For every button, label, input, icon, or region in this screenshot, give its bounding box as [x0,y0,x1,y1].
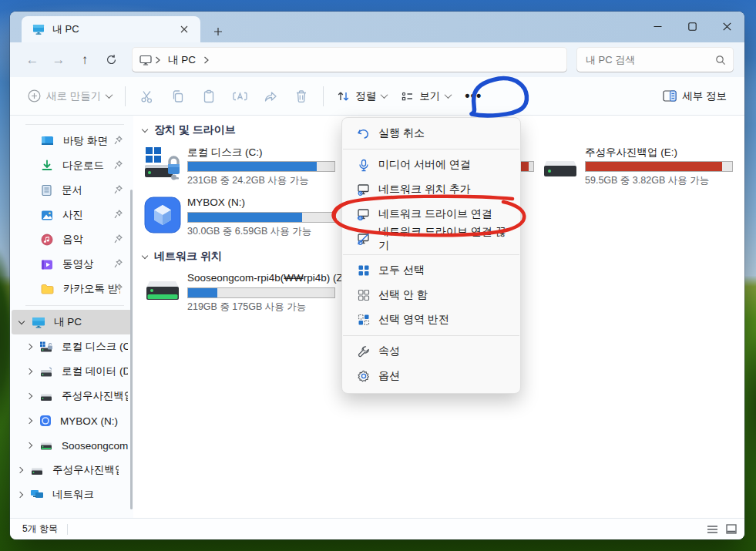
menu-item-disconnect-network-drive[interactable]: 네트워크 드라이브 연결 끊기 [345,227,517,251]
menu-item-map-network-drive[interactable]: 네트워크 드라이브 연결 [345,202,517,227]
drive-name: 주성우사진백업 (E:) [585,146,733,159]
videos-icon [41,259,53,270]
chevron-collapsed-icon[interactable] [19,443,39,448]
search-input[interactable]: 내 PC 검색 [576,47,734,72]
sidebar-scrollbar[interactable] [130,190,133,509]
menu-item-label: 속성 [378,344,400,358]
menu-item-properties[interactable]: 속성 [345,339,517,364]
drive-name: 로컬 디스크 (C:) [187,146,335,159]
tree-item-mybox[interactable]: MYBOX (N:) [10,408,133,433]
chevron-collapsed-icon[interactable] [19,369,39,374]
large-icons-view-toggle[interactable] [726,524,737,534]
new-button-label: 새로 만들기 [46,89,101,103]
menu-separator [343,254,519,255]
sidebar-item-desktop[interactable]: 바탕 화면 [10,129,133,153]
select-all-icon [356,264,371,278]
toolbar-divider [323,86,324,106]
properties-wrench-icon [356,344,371,359]
chevron-collapsed-icon[interactable] [10,492,30,497]
sort-button[interactable]: 정렬 [330,85,394,108]
chevron-collapsed-icon[interactable] [19,394,39,398]
navigation-pane: 바탕 화면 다운로드 문서 사진 [10,116,133,518]
see-more-button[interactable]: ••• [458,83,489,109]
sidebar-item-music[interactable]: 음악 [10,227,133,252]
menu-item-add-network-location[interactable]: 네트워크 위치 추가 [345,177,517,202]
chevron-expanded-icon[interactable] [12,321,32,324]
tab-my-pc[interactable]: 내 PC [22,16,200,42]
tree-item-sooseongcom[interactable]: Sooseongcom-rpi4b [10,433,133,458]
cut-button[interactable] [132,83,163,109]
tab-close-icon[interactable] [176,21,193,38]
sidebar-item-label: 카카오톡 받은 [63,282,120,296]
paste-button[interactable] [193,83,224,109]
capacity-bar [187,287,335,298]
minimize-button[interactable] [640,12,675,41]
view-icon [401,90,414,102]
sidebar-item-downloads[interactable]: 다운로드 [10,153,133,178]
drive-tile-sooseongcom-z[interactable]: Sooseongcom-rpi4b(₩₩rpi4b) (Z:) 219GB 중 … [143,268,335,316]
this-pc-icon [139,55,152,66]
menu-item-select-all[interactable]: 모두 선택 [345,258,517,283]
menu-item-select-none[interactable]: 선택 안 함 [345,283,517,307]
back-button[interactable]: ← [19,48,45,72]
capacity-bar [187,212,335,223]
downloads-icon [41,160,53,172]
details-pane-button[interactable]: 세부 정보 [656,85,734,108]
tree-item-label: 로컬 데이터 (D:) [62,365,128,378]
copy-button[interactable] [163,83,193,109]
sort-button-label: 정렬 [355,89,376,103]
sidebar-item-documents[interactable]: 문서 [10,178,133,203]
see-more-menu: 실행 취소 미디어 서버에 연결 네트워크 위치 추가 네트워크 드라이브 연결… [341,117,521,394]
search-icon [715,55,726,66]
menu-item-label: 미디어 서버에 연결 [378,158,471,172]
tree-item-this-pc[interactable]: 내 PC [12,310,132,334]
invert-selection-icon [356,313,371,328]
forward-button[interactable]: → [45,48,72,72]
drive-icon [30,465,44,476]
new-button[interactable]: 새로 만들기 [21,85,119,108]
menu-item-options[interactable]: 옵션 [345,364,517,388]
share-button[interactable] [255,83,286,109]
sidebar-item-label: 문서 [62,183,82,197]
tree-item-backup-drive-e[interactable]: 주성우사진백업 (E:) [10,384,133,408]
view-button[interactable]: 보기 [394,85,458,108]
menu-item-undo[interactable]: 실행 취소 [345,121,517,146]
drive-tile-mybox-n[interactable]: MYBOX (N:) 30.0GB 중 6.59GB 사용 가능 [143,193,335,240]
desktop-wallpaper: 내 PC ← → [0,0,756,551]
sidebar-item-pictures[interactable]: 사진 [10,203,133,227]
tree-item-network[interactable]: 네트워크 [10,482,133,507]
pin-icon [114,234,123,244]
delete-button[interactable] [286,83,317,109]
options-gear-icon [356,369,371,384]
sidebar-item-kakaotalk-folder[interactable]: 카카오톡 받은 [10,277,133,301]
refresh-button[interactable] [98,48,124,72]
menu-item-label: 모두 선택 [378,264,425,277]
chevron-collapsed-icon[interactable] [19,344,39,349]
network-drive-icon [39,440,53,452]
sidebar-item-label: 다운로드 [62,159,104,173]
tree-item-label: 주성우사진백업 (E:) [62,389,128,403]
menu-item-label: 실행 취소 [378,126,425,140]
menu-item-connect-media-server[interactable]: 미디어 서버에 연결 [345,153,517,177]
sidebar-item-videos[interactable]: 동영상 [10,252,133,277]
tree-item-local-disk-c[interactable]: 로컬 디스크 (C:) [10,334,133,359]
drive-tile-backup-e[interactable]: 주성우사진백업 (E:) 59.5GB 중 3.82GB 사용 가능 [540,142,733,190]
menu-item-invert-selection[interactable]: 선택 영역 반전 [345,307,517,332]
chevron-collapsed-icon[interactable] [19,418,39,423]
details-view-toggle[interactable] [707,525,718,534]
address-bar[interactable]: 내 PC [132,47,567,72]
rename-button[interactable] [224,83,255,109]
breadcrumb-item-my-pc[interactable]: 내 PC [163,52,200,69]
up-button[interactable]: ↑ [72,48,98,72]
sidebar-item-label: 동영상 [62,257,94,271]
tree-item-local-data-d[interactable]: 로컬 데이터 (D:) [10,359,133,384]
maximize-button[interactable] [675,12,710,41]
tree-item-backup-network[interactable]: 주성우사진백업 [10,458,133,482]
close-button[interactable] [710,12,744,41]
drive-tile-local-disk-c[interactable]: 로컬 디스크 (C:) 231GB 중 24.2GB 사용 가능 [143,142,335,190]
drive-usage: 59.5GB 중 3.82GB 사용 가능 [585,174,733,187]
sidebar-separator [25,305,124,306]
new-tab-button[interactable] [207,21,230,42]
details-pane-label: 세부 정보 [682,89,727,103]
chevron-collapsed-icon[interactable] [10,468,30,472]
